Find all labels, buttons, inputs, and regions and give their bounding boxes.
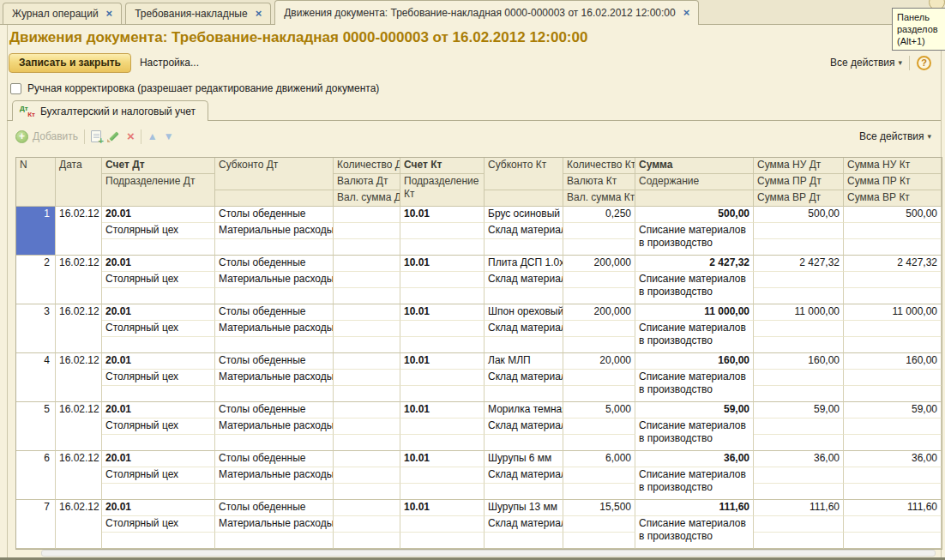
cell-currency-kt[interactable] — [563, 321, 635, 337]
cell-sum-vr-kt[interactable] — [844, 533, 942, 549]
cell-subconto-dt-1[interactable]: Столы обеденные — [215, 353, 334, 370]
cell-sum[interactable]: 59,00 — [635, 402, 754, 418]
table-row[interactable]: 6 16.02.12 20.01 Столы обеденные 10.01 Ш… — [16, 451, 942, 467]
cell-row-number[interactable]: 1 — [16, 207, 56, 256]
cell-empty[interactable] — [400, 386, 485, 402]
table-row-line2[interactable]: Столярный цех Материальные расходы Склад… — [16, 321, 942, 337]
cell-currency-dt[interactable] — [334, 272, 400, 288]
move-down-icon[interactable]: ▼ — [164, 130, 174, 142]
edit-icon[interactable] — [107, 129, 121, 143]
cell-qty-dt[interactable] — [334, 451, 400, 467]
cell-date[interactable]: 16.02.12 — [56, 353, 102, 402]
cell-sum-nu-dt[interactable]: 36,00 — [754, 451, 844, 467]
cell-currency-kt[interactable] — [563, 516, 635, 533]
cell-subconto-kt-2[interactable]: Склад материалов — [485, 418, 563, 435]
cell-sum-vr-kt[interactable] — [844, 386, 942, 402]
cell-subconto-dt-1[interactable]: Столы обеденные — [215, 402, 334, 418]
cell-content[interactable]: Списание материалов в производство — [635, 272, 754, 304]
cell-subconto-kt-2[interactable]: Склад материалов — [485, 321, 563, 337]
table-row-line2[interactable]: Столярный цех Материальные расходы Склад… — [16, 370, 942, 386]
cell-account-kt[interactable]: 10.01 — [400, 451, 485, 467]
grid-all-actions-button[interactable]: Все действия ▾ — [859, 130, 931, 142]
table-row-line2[interactable]: Столярный цех Материальные расходы Склад… — [16, 223, 942, 239]
cell-subconto-kt-2[interactable]: Склад материалов — [485, 516, 563, 533]
cell-row-number[interactable]: 7 — [16, 500, 56, 549]
cell-sum-pr-kt[interactable] — [844, 418, 942, 435]
cell-subdivision-kt[interactable] — [400, 321, 485, 337]
cell-empty[interactable] — [215, 337, 334, 353]
cell-sum-vr-dt[interactable] — [754, 337, 844, 353]
cell-qty-kt[interactable]: 15,500 — [563, 500, 635, 516]
cell-empty[interactable] — [215, 239, 334, 256]
cell-date[interactable]: 16.02.12 — [56, 304, 102, 353]
cell-sum-nu-dt[interactable]: 160,00 — [754, 353, 844, 370]
cell-currency-dt[interactable] — [334, 516, 400, 533]
col-account-dt[interactable]: Счет Дт — [102, 158, 215, 174]
cell-account-dt[interactable]: 20.01 — [102, 207, 215, 223]
cell-row-number[interactable]: 4 — [16, 353, 56, 402]
cell-qty-kt[interactable]: 5,000 — [563, 402, 635, 418]
settings-button[interactable]: Настройка... — [140, 57, 199, 69]
table-row[interactable]: 5 16.02.12 20.01 Столы обеденные 10.01 М… — [16, 402, 942, 418]
cell-date[interactable]: 16.02.12 — [56, 256, 102, 304]
cell-qty-dt[interactable] — [334, 304, 400, 321]
cell-sum-nu-dt[interactable]: 111,60 — [754, 500, 844, 516]
cell-empty[interactable] — [485, 337, 563, 353]
cell-sum-nu-kt[interactable]: 2 427,32 — [844, 256, 942, 272]
cell-currency-dt[interactable] — [334, 321, 400, 337]
cell-sum-pr-dt[interactable] — [754, 516, 844, 533]
cell-subconto-dt-2[interactable]: Материальные расходы — [215, 321, 334, 337]
col-sum[interactable]: Сумма — [635, 158, 754, 174]
col-currency-kt[interactable]: Валюта Кт — [563, 174, 635, 190]
tab-requirements[interactable]: Требования-накладные × — [125, 3, 271, 24]
cell-account-dt[interactable]: 20.01 — [102, 500, 215, 516]
cell-account-dt[interactable]: 20.01 — [102, 402, 215, 418]
cell-date[interactable]: 16.02.12 — [56, 500, 102, 549]
cell-qty-kt[interactable]: 20,000 — [563, 353, 635, 370]
cell-cur-sum-kt[interactable] — [563, 239, 635, 256]
cell-subdivision-kt[interactable] — [400, 272, 485, 288]
cell-sum-pr-dt[interactable] — [754, 223, 844, 239]
cell-currency-kt[interactable] — [563, 370, 635, 386]
cell-subconto-kt-1[interactable]: Морилка темная — [485, 402, 563, 418]
cell-subdivision-dt[interactable]: Столярный цех — [102, 370, 215, 386]
cell-subconto-kt-2[interactable]: Склад материалов — [485, 223, 563, 239]
cell-qty-dt[interactable] — [334, 500, 400, 516]
col-n[interactable]: N — [16, 158, 56, 207]
table-row-line3[interactable] — [16, 288, 942, 304]
cell-subconto-dt-1[interactable]: Столы обеденные — [215, 304, 334, 321]
cell-subdivision-dt[interactable]: Столярный цех — [102, 467, 215, 484]
cell-account-kt[interactable]: 10.01 — [400, 207, 485, 223]
tab-accounting-and-tax[interactable]: Дт Кт Бухгалтерский и налоговый учет — [12, 100, 208, 121]
cell-currency-kt[interactable] — [563, 467, 635, 484]
cell-subconto-kt-2[interactable]: Склад материалов — [485, 272, 563, 288]
all-actions-button[interactable]: Все действия ▾ — [830, 57, 902, 69]
cell-subdivision-dt[interactable]: Столярный цех — [102, 321, 215, 337]
table-row-line2[interactable]: Столярный цех Материальные расходы Склад… — [16, 516, 942, 533]
cell-empty[interactable] — [400, 239, 485, 256]
cell-sum-pr-dt[interactable] — [754, 467, 844, 484]
col-subdivision-kt[interactable]: Подразделение Кт — [400, 174, 485, 207]
cell-subconto-kt-1[interactable]: Шурупы 13 мм — [485, 500, 563, 516]
cell-sum[interactable]: 111,60 — [635, 500, 754, 516]
cell-sum-pr-dt[interactable] — [754, 418, 844, 435]
cell-sum-pr-kt[interactable] — [844, 467, 942, 484]
cell-sum-pr-dt[interactable] — [754, 321, 844, 337]
cell-sum-vr-kt[interactable] — [844, 484, 942, 500]
cell-subconto-dt-2[interactable]: Материальные расходы — [215, 516, 334, 533]
cell-sum-vr-kt[interactable] — [844, 435, 942, 451]
cell-currency-dt[interactable] — [334, 223, 400, 239]
cell-sum-vr-dt[interactable] — [754, 386, 844, 402]
cell-date[interactable]: 16.02.12 — [56, 207, 102, 256]
cell-sum-nu-kt[interactable]: 160,00 — [844, 353, 942, 370]
cell-account-kt[interactable]: 10.01 — [400, 500, 485, 516]
add-button[interactable]: + Добавить — [15, 130, 78, 143]
cell-cur-sum-dt[interactable] — [334, 288, 400, 304]
col-sum-nu-dt[interactable]: Сумма НУ Дт — [754, 158, 844, 174]
col-subdivision-dt[interactable]: Подразделение Дт — [102, 174, 215, 207]
cell-qty-dt[interactable] — [334, 256, 400, 272]
cell-sum[interactable]: 11 000,00 — [635, 304, 754, 321]
col-cur-sum-dt[interactable]: Вал. сумма Дт — [334, 190, 400, 207]
cell-empty[interactable] — [102, 337, 215, 353]
cell-sum-nu-kt[interactable]: 11 000,00 — [844, 304, 942, 321]
